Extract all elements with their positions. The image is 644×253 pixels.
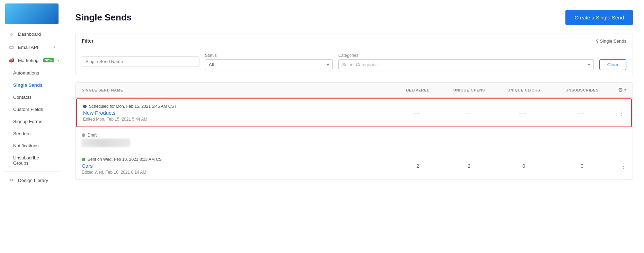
column-settings-button[interactable]: ⚙ ▾ [612,87,626,93]
unsubscribes-value: — [553,109,608,116]
sidebar-item-single-sends[interactable]: Single Sends [2,79,62,91]
sidebar: ○ Dashboard ▭ Email API ▾ 📣 Marketing NE… [0,0,64,253]
draft-status-dot [82,133,85,137]
status-label: Status [205,53,333,58]
table-row: Scheduled for Mon, Feb 15, 2021 5:46 AM … [76,98,632,127]
row-status-line: Sent on Wed, Feb 10, 2021 8:13 AM CST [82,157,391,162]
design-library-icon: ✂ [8,177,15,183]
categories-label: Categories [338,53,594,58]
edited-text: Edited Mon, Feb 15, 2021 5:44 AM [83,117,390,122]
row-actions-menu[interactable]: ⋮ [611,109,625,117]
send-name-link[interactable]: New Products [83,110,390,116]
delivered-value: 2 [394,163,442,169]
clear-button[interactable]: Clear [599,59,626,70]
marketing-icon: 📣 [8,57,15,63]
sidebar-item-label: Custom Fields [13,107,43,112]
sidebar-logo [5,3,59,24]
col-header-unique-clicks: UNIQUE CLICKS [496,88,552,92]
chevron-icon: ▾ [53,45,55,50]
row-actions-menu[interactable]: ⋮ [612,162,626,170]
sidebar-item-custom-fields[interactable]: Custom Fields [2,104,62,115]
sidebar-item-unsubscribe-groups[interactable]: Unsubscribe Groups [2,152,62,169]
sidebar-item-label: Single Sends [13,82,43,88]
page-title: Single Sends [75,12,132,23]
chevron-down-icon: ▾ [624,88,626,92]
main-content: Single Sends Create a Single Send Filter… [64,0,644,253]
filter-label: Filter [82,38,93,44]
sidebar-item-label: Dashboard [18,32,41,37]
status-text: Draft [88,133,97,138]
sidebar-item-design-library[interactable]: ✂ Design Library [2,174,62,186]
sidebar-item-label: Automations [13,70,39,76]
filter-row: Status All Scheduled Draft Sent Categori… [75,48,633,75]
sidebar-item-label: Design Library [18,178,48,183]
unique-opens-value: 2 [445,163,493,169]
col-header-name: SINGLE SEND NAME [82,88,391,92]
row-status-line: Scheduled for Mon, Feb 15, 2021 5:46 AM … [83,104,390,109]
filter-header: Filter 9 Single Sends [75,34,633,48]
chevron-icon: ▾ [57,58,60,63]
create-single-send-button[interactable]: Create a Single Send [565,10,633,25]
send-name-link[interactable]: Cars [82,163,391,169]
sidebar-item-dashboard[interactable]: ○ Dashboard [2,28,62,40]
row-name-col: Scheduled for Mon, Feb 15, 2021 5:46 AM … [83,104,390,122]
filter-name-field [82,56,199,67]
sidebar-item-label: Email API [18,45,38,50]
delivered-value: — [392,109,441,116]
email-api-icon: ▭ [8,44,15,50]
unsubscribes-value: 0 [554,163,610,169]
unique-opens-value: — [444,109,492,116]
sidebar-item-label: Signup Forms [13,119,42,124]
sidebar-item-notifications[interactable]: Notifications [2,140,62,151]
sent-status-dot [82,158,85,161]
table-container: SINGLE SEND NAME DELIVERED UNIQUE OPENS … [75,82,633,180]
filter-categories-wrap: Categories Select Categories [338,53,594,70]
unique-clicks-value: 0 [496,163,552,169]
sidebar-item-label: Marketing [18,58,38,63]
gear-icon: ⚙ [618,87,623,93]
row-name-col: Sent on Wed, Feb 10, 2021 8:13 AM CST Ca… [82,157,391,175]
single-send-name-input[interactable] [82,56,199,67]
col-header-unique-opens: UNIQUE OPENS [445,88,493,92]
draft-name-blur [82,139,130,147]
sidebar-item-contacts[interactable]: Contacts [2,91,62,103]
row-name-col: Draft [82,133,391,147]
sidebar-item-label: Contacts [13,95,32,100]
sidebar-item-label: Senders [13,131,30,136]
scheduled-status-dot [83,105,87,108]
table-row: Sent on Wed, Feb 10, 2021 8:13 AM CST Ca… [75,152,633,180]
unique-clicks-value: — [495,109,550,116]
categories-select[interactable]: Select Categories [338,59,594,70]
filter-panel: Filter 9 Single Sends Status All Schedul… [75,34,633,75]
header-row: Single Sends Create a Single Send [75,10,633,25]
new-badge: NEW [43,58,54,62]
edited-text: Edited Wed, Feb 10, 2021 8:14 AM [82,170,391,175]
sidebar-divider [4,171,60,172]
sidebar-item-label: Unsubscribe Groups [13,155,55,166]
sidebar-item-automations[interactable]: Automations [2,67,62,79]
sidebar-item-label: Notifications [13,143,39,148]
dashboard-icon: ○ [8,31,15,37]
status-select[interactable]: All Scheduled Draft Sent [205,59,333,70]
sidebar-item-senders[interactable]: Senders [2,128,62,139]
sidebar-item-marketing[interactable]: 📣 Marketing NEW ▾ [2,54,62,67]
filter-status-wrap: Status All Scheduled Draft Sent [205,53,333,70]
row-status-line: Draft [82,133,391,138]
table-row: Draft [75,128,633,152]
col-header-delivered: DELIVERED [394,88,442,92]
sidebar-item-email-api[interactable]: ▭ Email API ▾ [2,41,62,53]
sidebar-item-signup-forms[interactable]: Signup Forms [2,116,62,127]
status-text: Scheduled for Mon, Feb 15, 2021 5:46 AM … [89,104,177,109]
table-header: SINGLE SEND NAME DELIVERED UNIQUE OPENS … [75,82,633,98]
filter-count: 9 Single Sends [596,38,626,44]
status-text: Sent on Wed, Feb 10, 2021 8:13 AM CST [88,157,164,162]
col-header-unsubscribes: UNSUBSCRIBES [554,88,610,92]
